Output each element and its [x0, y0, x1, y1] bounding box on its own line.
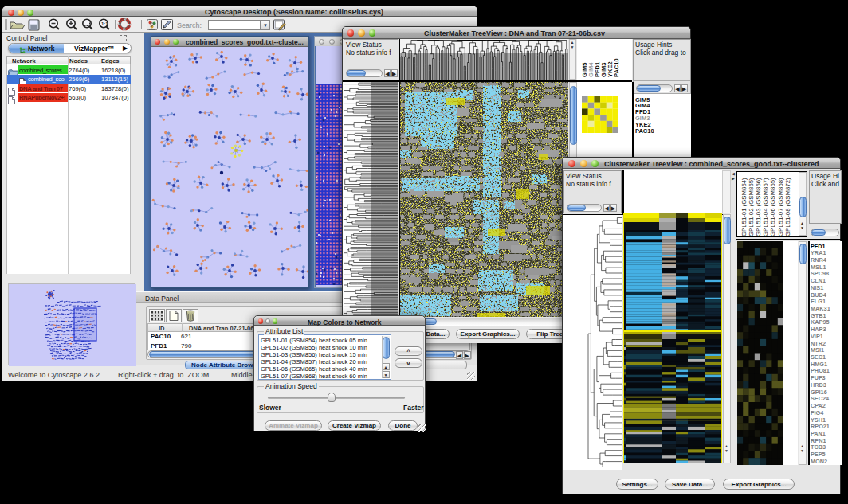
svg-text:1:1: 1:1 — [101, 21, 108, 26]
